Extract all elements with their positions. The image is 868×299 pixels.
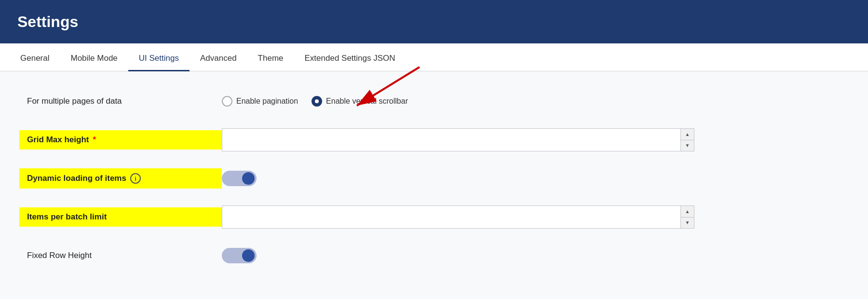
page-header: Settings xyxy=(0,0,868,43)
pagination-radio[interactable] xyxy=(222,96,232,107)
grid-max-height-input[interactable]: 380 px xyxy=(222,129,680,151)
multiple-pages-row: For multiple pages of data Enable pagina… xyxy=(19,89,849,114)
scrollbar-option[interactable]: Enable vertical scrollbar xyxy=(312,96,408,107)
grid-max-height-label: Grid Max height * xyxy=(19,130,222,150)
dynamic-loading-info-icon[interactable]: i xyxy=(130,173,141,184)
fixed-row-height-toggle[interactable] xyxy=(222,248,257,263)
grid-max-height-control: 380 px ▲ ▼ xyxy=(222,128,849,151)
items-per-batch-decrement[interactable]: ▼ xyxy=(681,217,694,229)
items-per-batch-spinner[interactable]: 10 ▲ ▼ xyxy=(222,205,694,229)
dynamic-loading-control xyxy=(222,171,849,186)
multiple-pages-control: Enable pagination Enable vertical scroll… xyxy=(222,96,849,107)
dynamic-loading-track xyxy=(222,171,257,186)
pagination-radio-group: Enable pagination Enable vertical scroll… xyxy=(222,96,408,107)
tab-advanced[interactable]: Advanced xyxy=(190,47,247,71)
required-indicator: * xyxy=(93,135,96,145)
page-title: Settings xyxy=(17,13,78,31)
items-per-batch-row: Items per batch limit 10 ▲ ▼ xyxy=(19,204,849,230)
multiple-pages-label: For multiple pages of data xyxy=(19,92,222,111)
grid-max-height-spinner-buttons: ▲ ▼ xyxy=(680,129,694,151)
tab-extended-settings-json[interactable]: Extended Settings JSON xyxy=(294,47,406,71)
items-per-batch-label: Items per batch limit xyxy=(19,207,222,227)
dynamic-loading-toggle[interactable] xyxy=(222,171,257,186)
items-per-batch-spinner-buttons: ▲ ▼ xyxy=(680,206,694,228)
grid-max-height-decrement[interactable]: ▼ xyxy=(681,140,694,151)
dynamic-loading-row: Dynamic loading of items i xyxy=(19,166,849,191)
dynamic-loading-thumb xyxy=(242,172,255,185)
fixed-row-height-control xyxy=(222,248,849,263)
items-per-batch-input[interactable]: 10 xyxy=(222,206,680,228)
scrollbar-radio[interactable] xyxy=(312,96,322,107)
tabs-bar: General Mobile Mode UI Settings Advanced… xyxy=(0,43,868,71)
dynamic-loading-label: Dynamic loading of items i xyxy=(19,168,222,189)
tab-mobile-mode[interactable]: Mobile Mode xyxy=(60,47,128,71)
tab-general[interactable]: General xyxy=(10,47,60,71)
fixed-row-height-track xyxy=(222,248,257,263)
pagination-option[interactable]: Enable pagination xyxy=(222,96,298,107)
fixed-row-height-label: Fixed Row Height xyxy=(19,246,222,265)
tab-ui-settings[interactable]: UI Settings xyxy=(128,47,190,71)
items-per-batch-control: 10 ▲ ▼ xyxy=(222,205,849,229)
fixed-row-height-row: Fixed Row Height xyxy=(19,243,849,268)
tab-theme[interactable]: Theme xyxy=(247,47,294,71)
fixed-row-height-thumb xyxy=(242,249,255,262)
grid-max-height-spinner[interactable]: 380 px ▲ ▼ xyxy=(222,128,694,151)
items-per-batch-increment[interactable]: ▲ xyxy=(681,206,694,217)
settings-content: For multiple pages of data Enable pagina… xyxy=(0,71,868,299)
grid-max-height-row: Grid Max height * 380 px ▲ ▼ xyxy=(19,127,849,152)
grid-max-height-increment[interactable]: ▲ xyxy=(681,129,694,140)
